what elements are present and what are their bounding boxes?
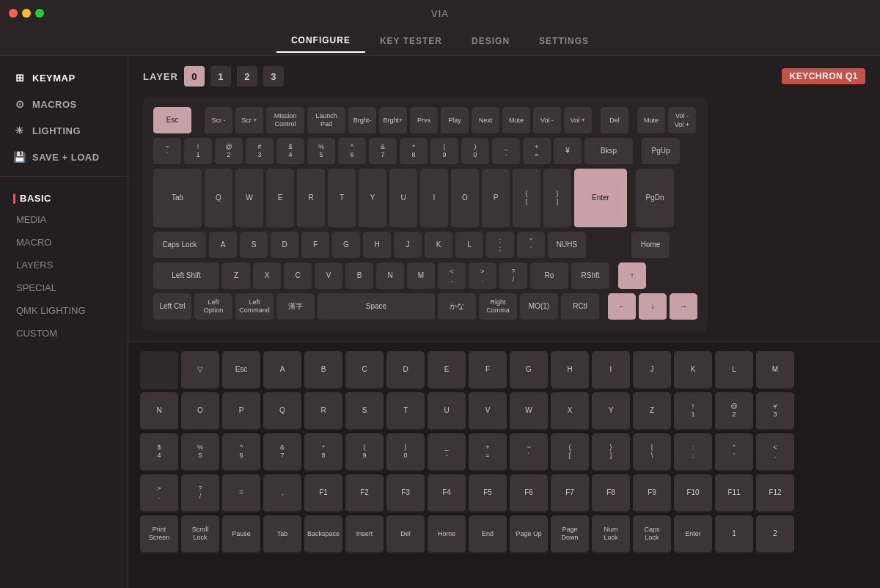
bottom-key-insert[interactable]: Insert <box>345 515 384 554</box>
key-p[interactable]: P <box>482 169 510 229</box>
key-space[interactable]: Space <box>318 293 435 321</box>
bottom-key-pipe[interactable]: |\ <box>633 433 671 471</box>
bottom-key-m[interactable]: M <box>756 351 794 389</box>
key-ro[interactable]: Ro <box>530 262 568 290</box>
sidebar-macro[interactable]: MACRO <box>0 231 128 254</box>
bottom-key-g[interactable]: G <box>510 351 548 389</box>
key-launch-pad[interactable]: LaunchPad <box>307 107 345 135</box>
bottom-key-down-arrow[interactable]: ▽ <box>181 351 219 389</box>
key-down[interactable]: ↓ <box>639 293 667 321</box>
key-9[interactable]: (9 <box>430 138 458 166</box>
bottom-key-lt-comma[interactable]: <, <box>756 433 794 471</box>
layer-btn-3[interactable]: 3 <box>263 66 284 87</box>
key-tab[interactable]: Tab <box>153 169 202 229</box>
key-comma[interactable]: <, <box>438 262 466 290</box>
bottom-key-b[interactable]: B <box>304 351 342 389</box>
bottom-key-e[interactable]: E <box>428 351 466 389</box>
key-tilde[interactable]: ~` <box>153 138 181 166</box>
bottom-key-f[interactable]: F <box>469 351 507 389</box>
bottom-key-amp-7[interactable]: &7 <box>263 433 301 471</box>
bottom-key-dollar-4[interactable]: $4 <box>140 433 178 471</box>
bottom-key-w[interactable]: W <box>510 392 548 430</box>
bottom-key-plus-eq[interactable]: += <box>469 433 507 471</box>
bottom-key-home[interactable]: Home <box>428 515 466 554</box>
key-right-command[interactable]: RightComma <box>479 293 517 321</box>
bottom-key-star-8[interactable]: *8 <box>304 433 342 471</box>
bottom-key-h[interactable]: H <box>551 351 589 389</box>
key-mute2[interactable]: Mute <box>637 107 665 135</box>
sidebar-item-macros[interactable]: ⊙ MACROS <box>0 91 128 117</box>
key-l[interactable]: L <box>455 232 483 260</box>
key-del-top[interactable]: Del <box>601 107 628 135</box>
key-u[interactable]: U <box>389 169 417 229</box>
bottom-key-n[interactable]: N <box>140 392 178 430</box>
bottom-key-f7[interactable]: F7 <box>551 474 589 512</box>
bottom-key-page-up[interactable]: Page Up <box>510 515 548 554</box>
key-f[interactable]: F <box>301 232 329 260</box>
key-4[interactable]: $4 <box>276 138 304 166</box>
bottom-key-p[interactable]: P <box>222 392 260 430</box>
key-6[interactable]: ^6 <box>338 138 366 166</box>
key-mission-control[interactable]: MissionControl <box>266 107 304 135</box>
sidebar-basic-header[interactable]: BASIC <box>0 183 128 208</box>
key-pgup[interactable]: PgUp <box>642 138 680 166</box>
bottom-key-pct-5[interactable]: %5 <box>181 433 219 471</box>
key-left-ctrl[interactable]: Left Ctrl <box>153 293 191 321</box>
bottom-key-tab[interactable]: Tab <box>263 515 301 554</box>
key-0[interactable]: )0 <box>461 138 489 166</box>
key-enter[interactable]: Enter <box>574 169 627 229</box>
key-left-option[interactable]: LeftOption <box>194 293 232 321</box>
key-e[interactable]: E <box>266 169 294 229</box>
key-next[interactable]: Next <box>472 107 499 135</box>
bottom-key-lpar-9[interactable]: (9 <box>345 433 384 471</box>
key-b[interactable]: B <box>345 262 373 290</box>
bottom-key-j[interactable]: J <box>633 351 671 389</box>
key-equals[interactable]: += <box>523 138 551 166</box>
key-play[interactable]: Play <box>441 107 469 135</box>
key-esc[interactable]: Esc <box>153 107 191 135</box>
bottom-key-esc[interactable]: Esc <box>222 351 260 389</box>
key-t[interactable]: T <box>328 169 356 229</box>
bottom-key-scroll-lock[interactable]: ScrollLock <box>181 515 219 554</box>
key-mo1[interactable]: MO(1) <box>520 293 558 321</box>
bottom-key-f8[interactable]: F8 <box>592 474 630 512</box>
bottom-key-f2[interactable]: F2 <box>345 474 384 512</box>
bottom-key-s[interactable]: S <box>345 392 384 430</box>
bottom-key-r[interactable]: R <box>304 392 342 430</box>
bottom-key-equals[interactable]: = <box>222 474 260 512</box>
key-2[interactable]: @2 <box>215 138 243 166</box>
bottom-key-o[interactable]: O <box>181 392 219 430</box>
bottom-key-enter[interactable]: Enter <box>674 515 712 554</box>
key-nuhs[interactable]: NUHS <box>548 232 586 260</box>
key-7[interactable]: &7 <box>369 138 397 166</box>
bottom-key-f12[interactable]: F12 <box>756 474 794 512</box>
layer-btn-0[interactable]: 0 <box>184 66 205 87</box>
bottom-key-lcurly[interactable]: {[ <box>551 433 589 471</box>
bottom-key-f11[interactable]: F11 <box>715 474 753 512</box>
key-yen[interactable]: ¥ <box>554 138 582 166</box>
minimize-button[interactable] <box>22 9 31 18</box>
key-rshift[interactable]: RShft <box>571 262 609 290</box>
key-r[interactable]: R <box>297 169 325 229</box>
key-left-shift[interactable]: Left Shift <box>153 262 219 290</box>
key-brght-minus[interactable]: Brght- <box>348 107 376 135</box>
key-i[interactable]: I <box>420 169 448 229</box>
bottom-key-f9[interactable]: F9 <box>633 474 671 512</box>
bottom-key-k[interactable]: K <box>674 351 712 389</box>
key-8[interactable]: *8 <box>400 138 428 166</box>
window-controls[interactable] <box>9 9 44 18</box>
bottom-key-z[interactable]: Z <box>633 392 671 430</box>
bottom-key-f4[interactable]: F4 <box>428 474 466 512</box>
key-rbracket[interactable]: }] <box>543 169 571 229</box>
key-prvs[interactable]: Prvs <box>410 107 438 135</box>
key-vol-minus[interactable]: Vol - <box>533 107 561 135</box>
sidebar-item-lighting[interactable]: ☀ LIGHTING <box>0 117 128 144</box>
bottom-key-caps-lock[interactable]: CapsLock <box>633 515 671 554</box>
sidebar-special[interactable]: SPECIAL <box>0 276 128 299</box>
bottom-key-excl-1[interactable]: !1 <box>674 392 712 430</box>
key-quote[interactable]: "' <box>517 232 545 260</box>
key-a[interactable]: A <box>209 232 237 260</box>
bottom-key-f3[interactable]: F3 <box>386 474 425 512</box>
tab-settings[interactable]: SETTINGS <box>524 30 604 52</box>
bottom-key-a[interactable]: A <box>263 351 301 389</box>
